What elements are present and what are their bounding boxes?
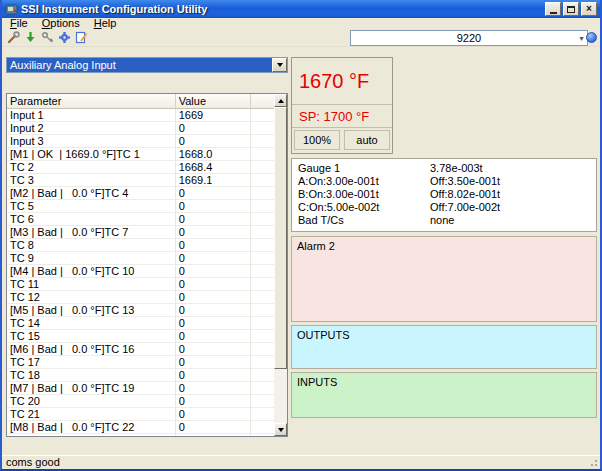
value-cell: 1668.0 [176, 148, 251, 161]
table-row[interactable]: TC 60 [7, 213, 274, 226]
gauge-row-value: Off:3.50e-001t [430, 175, 596, 188]
maximize-icon [567, 6, 575, 13]
extra-cell [251, 200, 274, 213]
window-controls: × [545, 2, 597, 16]
alarm-panel: Alarm 2 [291, 236, 597, 322]
extra-cell [251, 174, 274, 187]
wrench-icon[interactable] [7, 31, 20, 44]
gauge-row-label: Bad T/Cs [298, 214, 430, 227]
menu-bar: File Options Help [2, 18, 600, 29]
download-icon[interactable] [24, 31, 37, 44]
inputs-panel: INPUTS [291, 372, 597, 418]
value-cell: 0 [176, 122, 251, 135]
chevron-down-icon [277, 63, 283, 67]
table-row[interactable]: Input 30 [7, 135, 274, 148]
gauge-row-label: B:On:3.00e-001t [298, 188, 430, 201]
title-bar[interactable]: SSI Instrument Configuration Utility × [2, 0, 600, 18]
value-cell: 0 [176, 421, 251, 434]
table-row[interactable]: TC 31669.1 [7, 174, 274, 187]
param-cell: [M8 | Bad | 0.0 °F]TC 22 [7, 421, 176, 434]
value-cell: 0 [176, 304, 251, 317]
value-cell: 0 [176, 135, 251, 148]
extra-cell [251, 148, 274, 161]
device-combobox[interactable]: 9220 ▾ [350, 30, 588, 46]
table-scrollbar[interactable] [274, 94, 287, 436]
extra-cell [251, 369, 274, 382]
table-row[interactable]: TC 120 [7, 291, 274, 304]
extra-cell [251, 239, 274, 252]
extra-cell [251, 122, 274, 135]
key-icon[interactable] [41, 31, 54, 44]
mode-cell[interactable]: auto [344, 130, 390, 150]
table-row[interactable]: [M7 | Bad | 0.0 °F]TC 190 [7, 382, 274, 395]
value-cell: 0 [176, 434, 251, 436]
table-row[interactable]: [M5 | Bad | 0.0 °F]TC 130 [7, 304, 274, 317]
value-cell: 0 [176, 382, 251, 395]
table-row[interactable]: [M4 | Bad | 0.0 °F]TC 100 [7, 265, 274, 278]
process-value: 1670 °F [292, 58, 392, 105]
value-cell: 0 [176, 213, 251, 226]
param-cell: [M4 | Bad | 0.0 °F]TC 10 [7, 265, 176, 278]
table-row[interactable]: TC 80 [7, 239, 274, 252]
column-header-parameter[interactable]: Parameter [7, 94, 176, 109]
gauge-row-value: Off:7.00e-002t [430, 201, 596, 214]
param-cell: TC 12 [7, 291, 176, 304]
table-row[interactable]: TC 50 [7, 200, 274, 213]
scroll-up-button[interactable] [274, 94, 287, 107]
table-row[interactable]: [M3 | Bad | 0.0 °F]TC 70 [7, 226, 274, 239]
table-row[interactable]: TC 21668.4 [7, 161, 274, 174]
menu-help[interactable]: Help [94, 18, 117, 29]
category-combobox[interactable]: Auxiliary Analog Input [6, 57, 288, 73]
temperature-display[interactable]: 1670 °F SP: 1700 °F 100% auto [291, 57, 393, 154]
column-header-extra[interactable] [251, 94, 274, 109]
param-cell: [M5 | Bad | 0.0 °F]TC 13 [7, 304, 176, 317]
value-cell: 0 [176, 265, 251, 278]
table-row[interactable]: TC 200 [7, 395, 274, 408]
extra-cell [251, 161, 274, 174]
temperature-controls: 100% auto [292, 128, 392, 152]
param-cell: TC 5 [7, 200, 176, 213]
table-row[interactable]: TC 210 [7, 408, 274, 421]
scrollbar-thumb[interactable] [274, 107, 287, 369]
chevron-down-icon[interactable]: ▾ [577, 34, 586, 43]
help-icon[interactable] [586, 32, 597, 43]
table-row[interactable]: [M2 | Bad | 0.0 °F]TC 40 [7, 187, 274, 200]
extra-cell [251, 343, 274, 356]
table-row[interactable]: Input 11669 [7, 109, 274, 122]
combobox-dropdown-button[interactable] [272, 58, 287, 72]
param-cell: [M1 | OK | 1669.0 °F]TC 1 [7, 148, 176, 161]
table-row[interactable]: TC 90 [7, 252, 274, 265]
edit-icon[interactable] [75, 31, 88, 44]
gauge-row-value: Off:8.02e-001t [430, 188, 596, 201]
column-header-value[interactable]: Value [176, 94, 251, 109]
inputs-label: INPUTS [297, 376, 337, 388]
table-row[interactable]: [M8 | Bad | 0.0 °F]TC 220 [7, 421, 274, 434]
param-cell: TC 8 [7, 239, 176, 252]
table-row[interactable]: TC 150 [7, 330, 274, 343]
value-cell: 1668.4 [176, 161, 251, 174]
table-row[interactable]: [M6 | Bad | 0.0 °F]TC 160 [7, 343, 274, 356]
gear-icon[interactable] [58, 31, 71, 44]
value-cell: 1669 [176, 109, 251, 122]
menu-options[interactable]: Options [42, 18, 80, 29]
close-button[interactable]: × [581, 2, 597, 16]
table-row[interactable]: TC 110 [7, 278, 274, 291]
gauge-row-label: Gauge 1 [298, 162, 430, 175]
window-title: SSI Instrument Configuration Utility [21, 3, 545, 15]
scroll-down-button[interactable] [274, 423, 287, 436]
menu-file[interactable]: File [10, 18, 28, 29]
gauge-row: Gauge 13.78e-003t [298, 162, 596, 175]
output-percent-cell[interactable]: 100% [294, 130, 340, 150]
value-cell: 0 [176, 356, 251, 369]
minimize-button[interactable] [545, 2, 561, 16]
table-row[interactable]: TC 180 [7, 369, 274, 382]
table-row[interactable]: TC 230 [7, 434, 274, 436]
value-cell: 0 [176, 291, 251, 304]
table-row[interactable]: TC 170 [7, 356, 274, 369]
category-combobox-value: Auxiliary Analog Input [7, 58, 272, 72]
table-row[interactable]: [M1 | OK | 1669.0 °F]TC 11668.0 [7, 148, 274, 161]
resize-grip[interactable] [595, 464, 597, 466]
maximize-button[interactable] [563, 2, 579, 16]
table-row[interactable]: TC 140 [7, 317, 274, 330]
table-row[interactable]: Input 20 [7, 122, 274, 135]
